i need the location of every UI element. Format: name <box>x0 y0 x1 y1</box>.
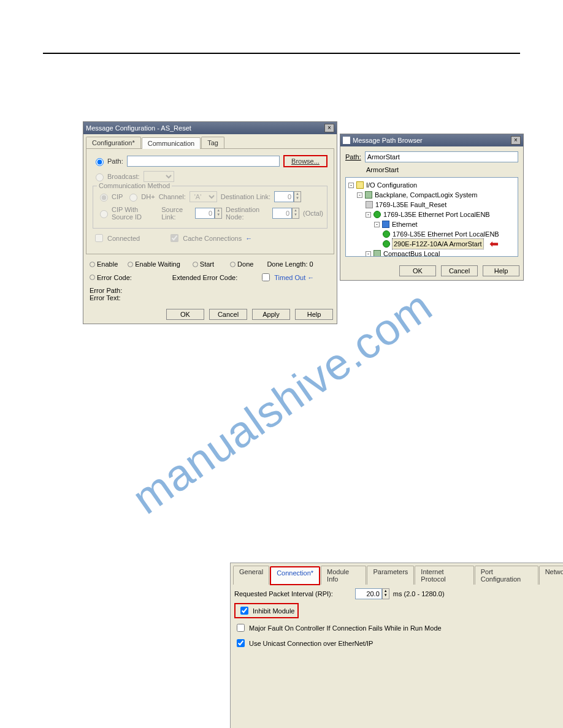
tab-parameters[interactable]: Parameters <box>367 566 414 585</box>
rpi-label: Requested Packet Interval (RPI): <box>234 590 333 597</box>
majorfault-checkbox[interactable]: Major Fault On Controller If Connection … <box>234 622 442 634</box>
cancel-button[interactable]: Cancel <box>209 309 247 320</box>
browse-button[interactable]: Browse... <box>283 155 327 167</box>
window-title: Message Path Browser <box>353 137 423 144</box>
tab-configuration[interactable]: Configuration* <box>86 137 141 148</box>
module-properties-window: General Connection* Module Info Paramete… <box>230 563 563 728</box>
tab-moduleinfo[interactable]: Module Info <box>321 566 366 585</box>
tab-bar: General Connection* Module Info Paramete… <box>231 563 563 585</box>
selected-node[interactable]: 290E-F12Z-10A/A ArmorStart <box>393 239 483 249</box>
bus-icon <box>373 250 381 257</box>
message-config-window: Message Configuration - AS_Reset × Confi… <box>83 121 337 324</box>
broadcast-select <box>144 171 174 182</box>
tab-general[interactable]: General <box>233 566 269 585</box>
port-icon <box>383 230 390 238</box>
comm-method-group: Communication Method CIP DH+ Channel: 'A… <box>93 186 327 229</box>
window-title: Message Configuration - AS_Reset <box>86 124 191 132</box>
rpi-stepper[interactable]: ▲▼ <box>382 588 389 599</box>
titlebar: Message Configuration - AS_Reset × <box>83 122 337 134</box>
module-icon <box>383 240 390 248</box>
path-echo: ArmorStart <box>366 166 518 173</box>
tab-ip[interactable]: Internet Protocol <box>415 566 473 585</box>
channel-select: 'A' <box>190 191 217 202</box>
cache-arrow-icon: ← <box>245 235 252 242</box>
rpi-input[interactable] <box>355 588 382 599</box>
io-tree[interactable]: -I/O Configuration -Backplane, CompactLo… <box>345 177 518 257</box>
tab-panel: Path: Browse... Broadcast: Communication… <box>86 148 334 254</box>
tab-network[interactable]: Network <box>539 566 563 585</box>
group-legend: Communication Method <box>97 182 172 189</box>
path-input[interactable] <box>365 151 518 162</box>
close-icon[interactable]: × <box>324 124 334 132</box>
help-button[interactable]: Help <box>483 265 519 276</box>
app-icon <box>343 137 350 144</box>
path-input[interactable] <box>127 156 280 167</box>
tab-portcfg[interactable]: Port Configuration <box>475 566 538 585</box>
backplane-icon <box>365 191 372 199</box>
apply-button[interactable]: Apply <box>252 309 290 320</box>
port-icon <box>373 211 381 218</box>
radio-broadcast: Broadcast: <box>93 172 140 181</box>
ok-button[interactable]: OK <box>399 265 436 276</box>
ethernet-icon <box>382 221 389 228</box>
radio-path[interactable]: Path: <box>93 156 123 166</box>
tab-tag[interactable]: Tag <box>201 137 224 148</box>
inhibit-checkbox[interactable]: Inhibit Module <box>234 603 299 618</box>
help-button[interactable]: Help <box>295 309 333 320</box>
cancel-button[interactable]: Cancel <box>441 265 478 276</box>
tab-communication[interactable]: Communication <box>142 137 201 149</box>
close-icon[interactable]: × <box>511 136 521 145</box>
path-browser-window: Message Path Browser × Path: ArmorStart … <box>340 134 524 281</box>
rpi-range: ms (2.0 - 1280.0) <box>393 590 445 597</box>
header-rule <box>43 53 520 54</box>
folder-icon <box>356 181 364 189</box>
ok-button[interactable]: OK <box>166 309 204 320</box>
tab-connection[interactable]: Connection* <box>270 566 320 585</box>
module-icon <box>366 201 373 208</box>
status-area: Enable Enable Waiting Start Done Done Le… <box>83 257 337 305</box>
arrow-icon: ⬅ <box>489 239 499 249</box>
path-label: Path: <box>345 153 361 161</box>
unicast-checkbox[interactable]: Use Unicast Connection over EtherNet/IP <box>234 637 373 649</box>
tab-bar: Configuration* Communication Tag <box>83 134 337 148</box>
titlebar: Message Path Browser × <box>340 134 523 146</box>
